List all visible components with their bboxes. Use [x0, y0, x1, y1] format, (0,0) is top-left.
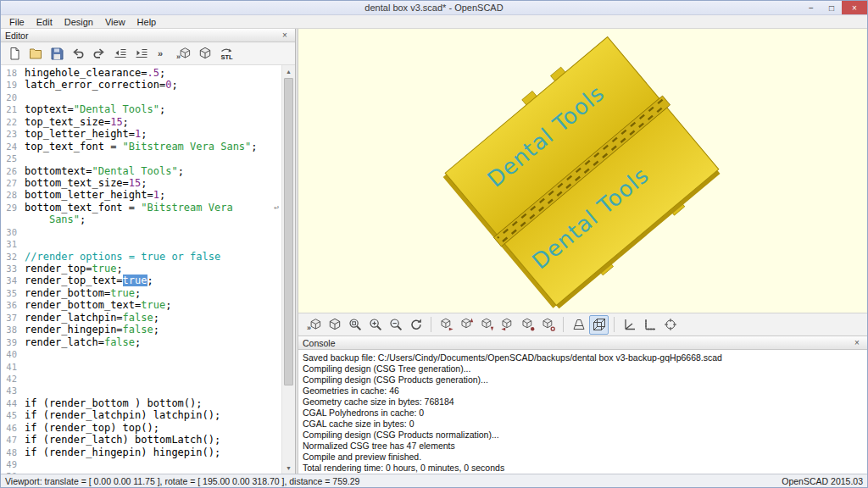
code-line[interactable]: 39render_latch=false; — [1, 336, 281, 348]
code-line[interactable]: 46if (render_top) top(); — [1, 422, 281, 434]
render-button[interactable] — [325, 315, 344, 335]
version-label: OpenSCAD 2015.03 — [782, 476, 863, 486]
line-text: render_bottom=true; — [25, 287, 141, 299]
code-line[interactable]: 35render_bottom=true; — [1, 287, 281, 299]
console-message: Geometries in cache: 46 — [303, 385, 863, 396]
view-bottom-icon — [481, 318, 494, 331]
zoom-out-button[interactable] — [386, 315, 405, 335]
code-line[interactable]: 27bottom_text_size=15; — [1, 177, 281, 189]
show-scale-markers-button[interactable] — [640, 315, 659, 335]
close-button[interactable]: × — [842, 1, 867, 14]
save-file-button[interactable] — [47, 44, 66, 64]
scrollbar-thumb[interactable] — [284, 78, 293, 385]
status-bar: Viewport: translate = [ 0.00 0.00 11.75 … — [1, 474, 867, 487]
code-line[interactable]: 34render_top_text=true; — [1, 274, 281, 286]
menu-help[interactable]: Help — [131, 17, 163, 27]
view-perspective-button[interactable] — [569, 315, 588, 335]
view-top-icon — [460, 318, 474, 331]
code-line[interactable]: 31 — [1, 238, 281, 250]
console-close-button[interactable]: × — [851, 338, 863, 348]
toolbar-group — [569, 315, 609, 335]
view-bottom-button[interactable] — [477, 315, 497, 335]
save-file-icon — [50, 47, 64, 60]
title-bar[interactable]: dental box v3.scad* - OpenSCAD − □ × — [1, 1, 867, 15]
code-line[interactable]: 23top_letter_height=1; — [1, 128, 281, 140]
view-left-button[interactable] — [498, 315, 517, 335]
code-line[interactable]: 32//render options = true or false — [1, 251, 281, 263]
code-line[interactable]: 29bottom_text_font = "Bitstream Vera↩ — [1, 202, 281, 214]
line-number: 48 — [1, 446, 25, 458]
zoom-in-button[interactable] — [365, 315, 385, 335]
menu-view[interactable]: View — [99, 17, 131, 27]
code-line[interactable]: 28bottom_letter_height=1; — [1, 189, 281, 201]
scroll-up-button[interactable]: ▲ — [282, 65, 295, 77]
code-line[interactable]: 47if (render_latch) bottomLatch(); — [1, 434, 281, 446]
code-line[interactable]: 19latch_error_correction=0; — [1, 79, 281, 91]
line-number: 25 — [1, 152, 25, 164]
scrollbar-track[interactable] — [282, 77, 295, 462]
code-line[interactable]: 25 — [1, 152, 281, 164]
menu-file[interactable]: File — [3, 17, 31, 27]
scroll-down-button[interactable]: ▼ — [282, 462, 295, 474]
code-line[interactable]: 50 — [1, 470, 281, 474]
main-area: Editor × »»STL 18hingehole_clearance=.5;… — [1, 29, 867, 474]
code-line[interactable]: 33render_top=true; — [1, 263, 281, 274]
code-line[interactable]: 44if (render_bottom ) bottom(); — [1, 397, 281, 409]
redo-button[interactable] — [89, 44, 108, 64]
code-line[interactable]: 36render_bottom_text=true; — [1, 299, 281, 311]
undo-button[interactable] — [68, 44, 87, 64]
code-line[interactable]: 41 — [1, 361, 281, 373]
line-text: top_text_size=15; — [25, 116, 129, 128]
export-stl-button[interactable]: STL — [216, 44, 236, 64]
view-top-button[interactable] — [457, 315, 476, 335]
code-line[interactable]: 42 — [1, 373, 281, 385]
code-line[interactable]: 37render_latchpin=false; — [1, 312, 281, 324]
maximize-button[interactable]: □ — [821, 1, 842, 14]
console-message: Compiling design (CSG Products generatio… — [303, 374, 863, 385]
indent-button[interactable] — [131, 44, 151, 64]
line-number: 39 — [1, 336, 25, 348]
preview-button[interactable]: » — [304, 315, 324, 335]
show-crosshairs-button[interactable] — [660, 315, 680, 335]
show-axes-button[interactable] — [620, 315, 639, 335]
open-file-button[interactable] — [25, 44, 45, 64]
menu-design[interactable]: Design — [58, 17, 99, 27]
editor-close-button[interactable]: × — [279, 30, 291, 41]
view-right-button[interactable] — [437, 315, 456, 335]
render-button[interactable] — [195, 44, 214, 64]
window-controls: − □ × — [801, 1, 867, 14]
code-line[interactable]: Sans"; — [1, 214, 281, 225]
menu-edit[interactable]: Edit — [31, 17, 58, 27]
code-line[interactable]: 45if (render_latchpin) latchpin(); — [1, 409, 281, 421]
minimize-button[interactable]: − — [801, 1, 821, 14]
editor-scrollbar[interactable]: ▲ ▼ — [281, 65, 295, 474]
code-line[interactable]: 26bottomtext="Dental Tools"; — [1, 165, 281, 177]
view-orthogonal-button[interactable] — [589, 315, 609, 335]
preview-icon: » — [308, 318, 321, 331]
line-text: //render options = true or false — [25, 251, 220, 263]
code-line[interactable]: 24top_text_font = "Bitstream Vera Sans"; — [1, 141, 281, 152]
code-line[interactable]: 18hingehole_clearance=.5; — [1, 67, 281, 79]
code-line[interactable]: 30 — [1, 226, 281, 238]
code-line[interactable]: 43 — [1, 385, 281, 396]
zoom-all-button[interactable] — [345, 315, 364, 335]
code-line[interactable]: 22top_text_size=15; — [1, 116, 281, 128]
new-file-button[interactable] — [4, 44, 24, 64]
code-line[interactable]: 21toptext="Dental Tools"; — [1, 103, 281, 115]
console-log[interactable]: Saved backup file: C:/Users/Cindy/Docume… — [298, 350, 867, 474]
3d-viewport[interactable]: Dental Tools Dental Tools — [298, 29, 867, 313]
reset-view-button[interactable] — [406, 315, 426, 335]
code-editor[interactable]: 18hingehole_clearance=.5;19latch_error_c… — [1, 65, 281, 474]
code-line[interactable]: 20 — [1, 92, 281, 103]
view-front-button[interactable] — [518, 315, 537, 335]
code-line[interactable]: 49 — [1, 458, 281, 470]
code-area: 18hingehole_clearance=.5;19latch_error_c… — [1, 65, 295, 474]
code-line[interactable]: 38render_hingepin=false; — [1, 324, 281, 336]
preview-button[interactable]: » — [174, 44, 193, 64]
view-back-button[interactable] — [538, 315, 558, 335]
line-text: latch_error_correction=0; — [25, 79, 178, 91]
code-line[interactable]: 48if (render_hingepin) hingepin(); — [1, 446, 281, 458]
code-line[interactable]: 40 — [1, 348, 281, 360]
toolbar-overflow-button[interactable]: » — [153, 44, 172, 64]
unindent-button[interactable] — [110, 44, 130, 64]
